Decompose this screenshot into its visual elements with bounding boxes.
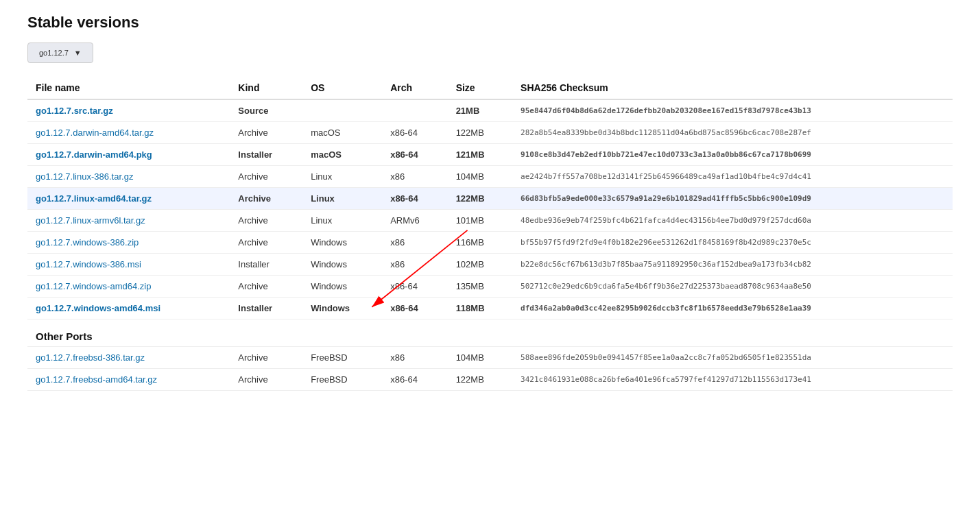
cell-os: Windows	[302, 232, 382, 254]
file-link[interactable]: go1.12.7.linux-amd64.tar.gz	[36, 193, 152, 204]
col-os: OS	[302, 77, 382, 99]
cell-filename: go1.12.7.src.tar.gz	[27, 99, 230, 122]
cell-arch: x86-64	[382, 276, 447, 298]
file-link[interactable]: go1.12.7.linux-armv6l.tar.gz	[36, 215, 145, 226]
cell-kind: Archive	[230, 188, 302, 210]
cell-kind: Archive	[230, 369, 302, 391]
cell-kind: Archive	[230, 232, 302, 254]
cell-kind: Source	[230, 99, 302, 122]
version-label: go1.12.7	[39, 49, 69, 57]
file-link[interactable]: go1.12.7.darwin-amd64.tar.gz	[36, 128, 154, 138]
file-link[interactable]: go1.12.7.darwin-amd64.pkg	[36, 149, 152, 160]
cell-checksum: dfd346a2ab0a0d3cc42ee8295b9026dccb3fc8f1…	[512, 298, 953, 319]
table-row: go1.12.7.windows-amd64.msiInstallerWindo…	[27, 298, 953, 319]
cell-checksum: 48edbe936e9eb74f259bfc4b621fafca4d4ec431…	[512, 210, 953, 232]
cell-os: macOS	[302, 122, 382, 144]
cell-filename: go1.12.7.windows-amd64.msi	[27, 298, 230, 319]
cell-os	[302, 99, 382, 122]
file-link[interactable]: go1.12.7.windows-amd64.msi	[36, 303, 160, 313]
col-arch: Arch	[382, 77, 447, 99]
cell-filename: go1.12.7.darwin-amd64.pkg	[27, 144, 230, 166]
table-row: go1.12.7.src.tar.gzSource21MB95e8447d6f0…	[27, 99, 953, 122]
cell-arch: x86	[382, 166, 447, 188]
cell-size: 104MB	[448, 347, 512, 369]
cell-checksum: ae2424b7ff557a708be12d3141f25b645966489c…	[512, 166, 953, 188]
table-row: go1.12.7.freebsd-386.tar.gzArchiveFreeBS…	[27, 347, 953, 369]
cell-os: Linux	[302, 210, 382, 232]
cell-os: FreeBSD	[302, 369, 382, 391]
cell-kind: Installer	[230, 254, 302, 276]
version-selector[interactable]: go1.12.7 ▼	[27, 43, 93, 63]
cell-filename: go1.12.7.darwin-amd64.tar.gz	[27, 122, 230, 144]
file-link[interactable]: go1.12.7.linux-386.tar.gz	[36, 171, 133, 182]
file-link[interactable]: go1.12.7.freebsd-amd64.tar.gz	[36, 374, 157, 385]
other-ports-label: Other Ports	[27, 319, 953, 347]
col-size: Size	[448, 77, 512, 99]
cell-filename: go1.12.7.linux-386.tar.gz	[27, 166, 230, 188]
file-link[interactable]: go1.12.7.windows-386.zip	[36, 237, 139, 248]
table-row: go1.12.7.windows-386.msiInstallerWindows…	[27, 254, 953, 276]
cell-size: 21MB	[448, 99, 512, 122]
cell-os: Windows	[302, 298, 382, 319]
table-row: go1.12.7.freebsd-amd64.tar.gzArchiveFree…	[27, 369, 953, 391]
cell-size: 101MB	[448, 210, 512, 232]
cell-kind: Installer	[230, 298, 302, 319]
cell-kind: Archive	[230, 276, 302, 298]
cell-checksum: 3421c0461931e088ca26bfe6a401e96fca5797fe…	[512, 369, 953, 391]
cell-size: 121MB	[448, 144, 512, 166]
cell-filename: go1.12.7.linux-armv6l.tar.gz	[27, 210, 230, 232]
col-kind: Kind	[230, 77, 302, 99]
cell-size: 122MB	[448, 188, 512, 210]
cell-filename: go1.12.7.linux-amd64.tar.gz	[27, 188, 230, 210]
cell-arch: x86-64	[382, 369, 447, 391]
downloads-table-wrapper: File name Kind OS Arch Size SHA256 Check…	[27, 77, 953, 391]
cell-checksum: 502712c0e29edc6b9cda6fa5e4b6ff9b36e27d22…	[512, 276, 953, 298]
cell-checksum: 282a8b54ea8339bbe0d34b8bdc1128511d04a6bd…	[512, 122, 953, 144]
cell-arch: x86	[382, 232, 447, 254]
cell-kind: Archive	[230, 166, 302, 188]
cell-size: 122MB	[448, 369, 512, 391]
cell-filename: go1.12.7.freebsd-386.tar.gz	[27, 347, 230, 369]
cell-filename: go1.12.7.windows-386.msi	[27, 254, 230, 276]
cell-os: Windows	[302, 254, 382, 276]
cell-os: FreeBSD	[302, 347, 382, 369]
downloads-table: File name Kind OS Arch Size SHA256 Check…	[27, 77, 953, 391]
cell-kind: Archive	[230, 210, 302, 232]
cell-filename: go1.12.7.windows-amd64.zip	[27, 276, 230, 298]
cell-arch: x86	[382, 254, 447, 276]
col-checksum: SHA256 Checksum	[512, 77, 953, 99]
table-row: go1.12.7.linux-386.tar.gzArchiveLinuxx86…	[27, 166, 953, 188]
cell-arch: x86-64	[382, 122, 447, 144]
file-link[interactable]: go1.12.7.src.tar.gz	[36, 106, 113, 116]
cell-os: Linux	[302, 188, 382, 210]
cell-arch: x86-64	[382, 298, 447, 319]
cell-checksum: 9108ce8b3d47eb2edf10bb721e47ec10d0733c3a…	[512, 144, 953, 166]
cell-arch: x86-64	[382, 188, 447, 210]
cell-filename: go1.12.7.freebsd-amd64.tar.gz	[27, 369, 230, 391]
cell-kind: Installer	[230, 144, 302, 166]
cell-size: 116MB	[448, 232, 512, 254]
cell-arch: x86	[382, 347, 447, 369]
cell-kind: Archive	[230, 122, 302, 144]
table-row: go1.12.7.darwin-amd64.pkgInstallermacOSx…	[27, 144, 953, 166]
cell-checksum: 95e8447d6f04b8d6a62de1726defbb20ab203208…	[512, 99, 953, 122]
cell-arch	[382, 99, 447, 122]
table-row: go1.12.7.linux-amd64.tar.gzArchiveLinuxx…	[27, 188, 953, 210]
cell-size: 102MB	[448, 254, 512, 276]
cell-size: 104MB	[448, 166, 512, 188]
table-row: go1.12.7.linux-armv6l.tar.gzArchiveLinux…	[27, 210, 953, 232]
table-row: go1.12.7.windows-amd64.zipArchiveWindows…	[27, 276, 953, 298]
file-link[interactable]: go1.12.7.windows-386.msi	[36, 259, 141, 269]
cell-arch: x86-64	[382, 144, 447, 166]
cell-size: 118MB	[448, 298, 512, 319]
cell-os: Linux	[302, 166, 382, 188]
file-link[interactable]: go1.12.7.windows-amd64.zip	[36, 281, 151, 291]
table-body: go1.12.7.src.tar.gzSource21MB95e8447d6f0…	[27, 99, 953, 391]
cell-checksum: 588aee896fde2059b0e0941457f85ee1a0aa2cc8…	[512, 347, 953, 369]
cell-size: 135MB	[448, 276, 512, 298]
section-title: Stable versions	[27, 14, 953, 32]
dropdown-arrow-icon: ▼	[74, 49, 82, 57]
cell-filename: go1.12.7.windows-386.zip	[27, 232, 230, 254]
file-link[interactable]: go1.12.7.freebsd-386.tar.gz	[36, 352, 145, 363]
cell-checksum: bf55b97f5fd9f2fd9e4f0b182e296ee531262d1f…	[512, 232, 953, 254]
